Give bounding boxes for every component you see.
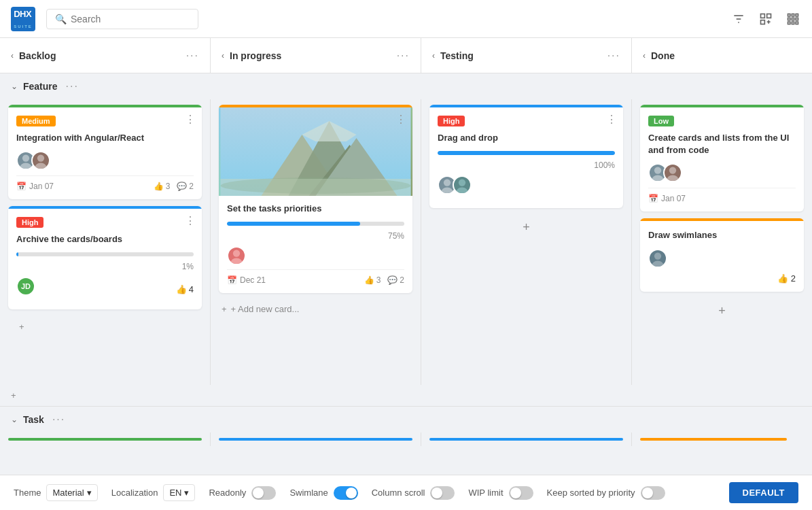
card-archive: High ⋮ Archive the cards/boards 1% JD [8,206,202,309]
swimlane-task: ⌄ Task ··· [0,406,812,446]
card-integration-avatars [16,151,194,170]
card-create-cards-date: 📅 Jan 07 [648,194,686,203]
dragdrop-progress-bar [438,151,615,155]
backlog-title: Backlog [19,50,181,61]
feature-more[interactable]: ··· [66,80,79,92]
svg-rect-13 [796,18,798,20]
swimlane-task-header: ⌄ Task ··· [0,406,812,432]
create-cards-date-text: Jan 07 [661,194,686,203]
swimlane-toggle[interactable] [334,486,358,500]
theme-chevron: ▾ [87,488,92,498]
card-integration-date: 📅 Jan 07 [16,182,54,191]
add-icon[interactable] [758,11,774,27]
svg-rect-15 [792,22,794,24]
keep-sorted-toggle[interactable] [641,486,665,500]
svg-point-19 [37,155,44,162]
svg-rect-3 [761,14,765,18]
calendar-icon: 📅 [16,182,27,191]
card-create-cards: Low Create cards and lists from the UI a… [640,105,804,211]
card-create-cards-title: Create cards and lists from the UI and f… [648,132,796,156]
testing-title: Testing [440,50,602,61]
backlog-more[interactable]: ··· [186,50,199,62]
likes-action[interactable]: 👍 3 [154,182,171,191]
add-icon-inprogress: + [222,304,227,314]
column-header-testing[interactable]: ‹ Testing ··· [421,38,632,73]
done-chevron: ‹ [643,51,646,61]
svg-rect-9 [792,14,794,16]
testing-more[interactable]: ··· [607,50,620,62]
grid-icon[interactable] [785,11,801,27]
svg-rect-4 [767,14,771,18]
wip-toggle[interactable] [509,486,533,500]
card-swimlanes-avatars [648,249,796,268]
priorities-likes[interactable]: 👍 3 [364,275,381,285]
task-more[interactable]: ··· [52,413,65,426]
column-header-done[interactable]: ‹ Done [632,38,795,73]
theme-select[interactable]: Material ▾ [46,484,97,501]
svg-point-20 [35,163,46,171]
card-integration-date-text: Jan 07 [29,182,54,191]
task-chevron[interactable]: ⌄ [11,415,18,424]
svg-point-17 [22,155,29,162]
card-image [219,107,412,196]
avatar-jd: JD [16,277,35,296]
card-integration-footer: 📅 Jan 07 👍 3 💬 2 [16,175,194,191]
svg-point-30 [230,258,242,266]
svg-point-34 [456,188,467,195]
comments-count: 2 [189,182,194,191]
column-header-inprogress[interactable]: ‹ In progress ··· [211,38,421,73]
svg-point-33 [459,180,465,186]
column-scroll-toggle[interactable] [430,486,455,500]
avatar-2 [31,151,50,170]
add-backlog-card[interactable]: + [8,316,202,337]
default-button[interactable]: DEFAULT [729,482,798,503]
locale-item: Localization EN ▾ [111,484,196,501]
feature-chevron[interactable]: ⌄ [11,82,18,91]
card-priorities-title: Set the tasks priorities [227,203,404,215]
like-icon-2: 👍 [176,284,187,294]
add-done-card[interactable]: + [640,299,804,324]
keep-sorted-label: Keep sorted by priority [547,488,635,498]
likes-count: 3 [166,182,171,191]
add-swimlane-btn[interactable]: + [0,385,812,406]
priorities-comments[interactable]: 💬 2 [387,275,404,285]
card-archive-more[interactable]: ⋮ [185,214,196,227]
svg-point-35 [654,167,661,174]
comment-icon-2: 💬 [387,275,398,285]
add-testing-card[interactable]: + [429,215,623,240]
card-priorities-more[interactable]: ⋮ [395,113,407,126]
svg-point-28 [221,177,411,194]
comments-action[interactable]: 💬 2 [177,182,194,191]
priorities-likes-count: 3 [376,275,381,285]
search-input[interactable] [71,14,190,24]
task-done-body [632,432,795,446]
calendar-icon-2: 📅 [227,275,237,285]
card-integration-more[interactable]: ⋮ [185,113,196,126]
card-create-cards-avatars [648,163,796,182]
inprogress-more[interactable]: ··· [397,50,410,62]
inprogress-column-body: ⋮ Set the tasks priorities 75% [211,99,421,385]
svg-point-29 [233,250,240,257]
archive-likes-action[interactable]: 👍 4 [176,284,194,294]
priorities-comments-count: 2 [400,275,404,285]
testing-column-body: High ⋮ Drag and drop 100% [421,99,632,385]
svg-point-32 [441,188,453,195]
filter-icon[interactable] [730,11,747,27]
swimlanes-likes-count: 2 [791,273,796,284]
column-header-backlog[interactable]: ‹ Backlog ··· [0,38,211,73]
backlog-chevron: ‹ [11,51,14,61]
locale-label: Localization [111,488,158,498]
add-inprogress-card[interactable]: + + Add new card... [219,300,412,318]
card-dragdrop-more[interactable]: ⋮ [606,113,618,126]
board-area: ⌄ Feature ··· Medium ⋮ Integration with … [0,73,812,475]
header-icons [730,11,801,27]
priorities-progress-label: 75% [227,231,404,241]
svg-point-18 [20,163,31,171]
svg-rect-8 [788,14,790,16]
archive-progress-fill [16,252,18,256]
locale-select[interactable]: EN ▾ [163,484,195,501]
search-bar[interactable]: 🔍 [46,9,198,29]
readonly-toggle[interactable] [251,486,276,500]
create-cards-priority: Low [648,116,674,126]
svg-point-31 [444,180,451,186]
